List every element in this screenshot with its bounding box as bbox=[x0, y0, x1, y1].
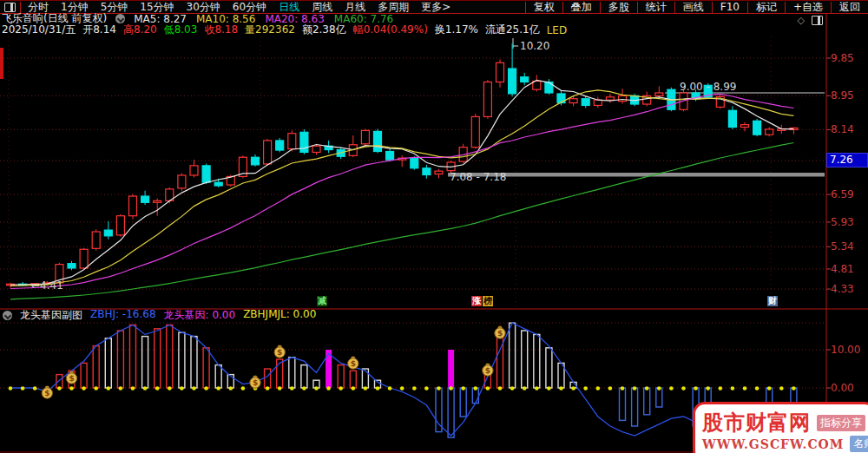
candle bbox=[312, 146, 320, 152]
zero-dot bbox=[57, 386, 62, 391]
zero-dot bbox=[523, 386, 527, 391]
candle bbox=[483, 82, 491, 116]
candle bbox=[190, 166, 198, 175]
indicator-bar bbox=[203, 348, 209, 388]
zero-dot bbox=[681, 386, 686, 391]
indicator-value: 龙头基因: 0.00 bbox=[164, 308, 236, 323]
chevron-down-circle-icon[interactable] bbox=[3, 311, 12, 320]
svg-text:$: $ bbox=[44, 389, 49, 397]
event-marker: 财 bbox=[767, 296, 778, 306]
zero-dot bbox=[241, 386, 246, 391]
zero-dot bbox=[412, 386, 417, 391]
zero-dot bbox=[376, 386, 380, 391]
zero-dot bbox=[9, 386, 13, 391]
candle bbox=[496, 62, 504, 82]
candle bbox=[252, 157, 260, 165]
indicator-bar bbox=[215, 365, 221, 388]
candle bbox=[288, 134, 296, 149]
zero-dot bbox=[119, 386, 123, 391]
chart-canvas: $$$$$$$ bbox=[0, 0, 868, 453]
zero-dot bbox=[755, 386, 760, 391]
candle bbox=[68, 264, 76, 268]
candle bbox=[361, 130, 369, 143]
start-low-annotation: ←4.41 bbox=[31, 279, 63, 292]
candle bbox=[606, 97, 614, 100]
indicator-bar bbox=[117, 331, 123, 388]
indicator-bar bbox=[460, 388, 466, 417]
zero-dot bbox=[216, 386, 220, 391]
zero-dot bbox=[82, 386, 86, 391]
candle bbox=[557, 94, 565, 103]
money-bag-icon: $ bbox=[348, 357, 358, 369]
gap-high-annotation: 9.00 - 8.99 bbox=[680, 81, 736, 93]
price-axis-label: 8.14 bbox=[831, 123, 854, 135]
indicator-bar bbox=[522, 331, 528, 388]
indicator-bar bbox=[56, 375, 62, 388]
candle bbox=[92, 232, 100, 248]
candle bbox=[655, 93, 663, 95]
zero-dot bbox=[731, 386, 735, 391]
zero-dot bbox=[290, 386, 294, 391]
zero-dot bbox=[424, 386, 429, 391]
zero-dot bbox=[180, 386, 184, 391]
indicator-bar bbox=[105, 338, 111, 388]
candle bbox=[509, 69, 516, 94]
candle bbox=[471, 116, 479, 147]
zero-dot bbox=[437, 386, 441, 391]
zero-dot bbox=[326, 386, 331, 391]
watermark-title: 股市财富网 bbox=[702, 412, 811, 433]
zero-dot bbox=[474, 386, 478, 391]
zero-dot bbox=[192, 386, 196, 391]
candle bbox=[435, 171, 443, 174]
candle bbox=[202, 166, 210, 182]
candle bbox=[766, 129, 773, 135]
svg-text:$: $ bbox=[69, 374, 74, 383]
indicator-bar bbox=[191, 337, 197, 388]
candle bbox=[264, 141, 272, 164]
candle bbox=[116, 216, 124, 235]
candle bbox=[594, 100, 602, 105]
indicator-bar bbox=[362, 369, 368, 388]
indicator-bar bbox=[179, 332, 185, 388]
zero-dot bbox=[94, 386, 98, 391]
price-axis-label: 5.93 bbox=[831, 216, 854, 228]
candle bbox=[104, 230, 112, 236]
indicator-bar bbox=[301, 365, 307, 388]
candle bbox=[521, 77, 529, 82]
event-marker: 涨 bbox=[471, 296, 482, 306]
zero-dot bbox=[168, 386, 172, 391]
candle bbox=[411, 158, 418, 168]
gap-low-annotation: 7.08 - 7.18 bbox=[450, 171, 506, 183]
zero-dot bbox=[719, 386, 723, 391]
event-marker: 减 bbox=[317, 296, 327, 306]
candle bbox=[569, 99, 577, 103]
zero-dot bbox=[400, 386, 404, 391]
indicator-bar bbox=[81, 363, 87, 388]
zero-dot bbox=[266, 386, 270, 391]
price-marker-value: 7.26 bbox=[830, 154, 853, 166]
price-marker-box: 7.26 bbox=[826, 153, 868, 167]
indicator-bar bbox=[644, 388, 650, 415]
indicator-bar bbox=[534, 334, 540, 388]
candle bbox=[582, 99, 589, 106]
svg-text:$: $ bbox=[351, 359, 356, 368]
zero-dot bbox=[657, 386, 661, 391]
price-axis-label: 5.34 bbox=[831, 240, 854, 253]
candle bbox=[214, 182, 222, 186]
price-axis-label: 6.59 bbox=[831, 188, 854, 200]
zero-dot bbox=[204, 386, 208, 391]
indicator-bar bbox=[620, 388, 626, 420]
zero-dot bbox=[706, 386, 710, 391]
svg-text:$: $ bbox=[277, 348, 282, 357]
candle bbox=[619, 95, 627, 101]
indicator-bar bbox=[289, 358, 295, 388]
svg-text:$: $ bbox=[497, 329, 503, 338]
indicator-bar bbox=[93, 346, 99, 388]
indicator-bar bbox=[546, 348, 552, 388]
clipped-candle bbox=[0, 48, 3, 79]
zero-dot bbox=[608, 386, 613, 391]
zero-dot bbox=[131, 386, 135, 391]
indicator-bar bbox=[265, 369, 271, 388]
indicator-bar bbox=[155, 329, 161, 388]
indicator-bar bbox=[130, 325, 136, 388]
